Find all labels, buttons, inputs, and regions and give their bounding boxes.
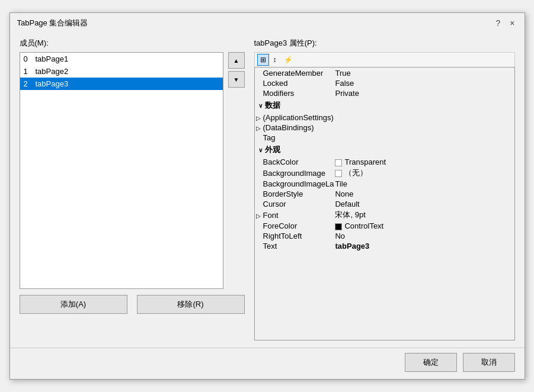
section-header-label: ∨数据 (256, 99, 386, 112)
list-item-name: tabPage3 (36, 79, 69, 88)
members-label: 成员(M): (20, 38, 245, 49)
list-item[interactable]: 1tabPage2 (20, 65, 223, 78)
prop-value[interactable]: tabPage3 (335, 242, 386, 250)
prop-name: ▷(DataBindings) (256, 123, 334, 132)
table-row[interactable]: ForeColorControlText (256, 221, 386, 230)
list-item-name: tabPage1 (36, 54, 69, 63)
prop-name: BackgroundImageLa (256, 179, 334, 188)
prop-value[interactable]: Default (335, 200, 386, 208)
left-panel: 成员(M): 0tabPage11tabPage22tabPage3 ▲ ▼ 添… (20, 38, 245, 340)
categorized-icon: ⊞ (260, 56, 266, 64)
expand-icon[interactable]: ∨ (258, 102, 263, 109)
arrow-buttons: ▲ ▼ (228, 52, 245, 88)
ok-button[interactable]: 确定 (405, 353, 457, 372)
right-panel-inner: ⊞ ↕ ⚡ GenerateMemberTrueLockedFalseModif… (254, 52, 515, 340)
list-item-index: 2 (24, 79, 31, 88)
prop-name: BackColor (256, 158, 334, 166)
table-row[interactable]: Tag (256, 133, 386, 142)
categorized-view-button[interactable]: ⊞ (257, 54, 269, 66)
alpha-icon: ↕ (273, 56, 277, 64)
prop-name: Modifiers (256, 89, 334, 98)
title-bar: TabPage 集合编辑器 ? × (10, 13, 525, 31)
section-header-label: ∨外观 (256, 143, 386, 156)
prop-value[interactable] (335, 133, 386, 142)
table-row[interactable]: ModifiersPrivate (256, 89, 386, 98)
remove-button[interactable]: 移除(R) (137, 295, 245, 314)
prop-value[interactable]: Private (335, 89, 386, 98)
prop-name: BackgroundImage (256, 168, 334, 178)
prop-name: RightToLeft (256, 232, 334, 240)
move-down-button[interactable]: ▼ (228, 71, 245, 88)
move-up-button[interactable]: ▲ (228, 52, 245, 69)
prop-name: GenerateMember (256, 69, 334, 78)
expand-row-icon[interactable]: ▷ (256, 125, 261, 131)
prop-name: Text (256, 242, 334, 250)
dialog-body: 成员(M): 0tabPage11tabPage22tabPage3 ▲ ▼ 添… (10, 31, 525, 345)
close-button[interactable]: × (507, 18, 517, 28)
prop-value[interactable]: None (335, 189, 386, 198)
color-swatch (335, 223, 342, 230)
prop-value[interactable]: True (335, 69, 386, 78)
prop-value[interactable]: No (335, 232, 386, 240)
prop-name: ▷(ApplicationSettings) (256, 113, 334, 122)
props-page-button[interactable]: ⚡ (281, 54, 296, 66)
prop-name: ForeColor (256, 221, 334, 230)
table-row[interactable]: GenerateMemberTrue (256, 69, 386, 78)
list-item[interactable]: 0tabPage1 (20, 53, 223, 65)
table-row[interactable]: ▷Font宋体, 9pt (256, 210, 386, 220)
cancel-button[interactable]: 取消 (463, 353, 515, 372)
add-button[interactable]: 添加(A) (20, 295, 127, 314)
right-panel: tabPage3 属性(P): ⊞ ↕ ⚡ GenerateMemberTrue… (254, 38, 515, 340)
prop-value[interactable]: ControlText (335, 221, 386, 230)
dialog-title: TabPage 集合编辑器 (17, 18, 88, 28)
members-list: 0tabPage11tabPage22tabPage3 (20, 53, 223, 90)
bottom-buttons: 添加(A) 移除(R) (20, 295, 245, 314)
members-with-arrows: 0tabPage11tabPage22tabPage3 ▲ ▼ (20, 52, 245, 289)
properties-table: GenerateMemberTrueLockedFalseModifiersPr… (255, 68, 388, 252)
expand-row-icon[interactable]: ▷ (256, 213, 261, 219)
properties-toolbar: ⊞ ↕ ⚡ (254, 52, 515, 67)
list-item[interactable]: 2tabPage3 (20, 78, 223, 90)
table-row[interactable]: ∨数据 (256, 99, 386, 112)
help-button[interactable]: ? (494, 18, 503, 28)
table-row[interactable]: BackgroundImageLaTile (256, 179, 386, 188)
dialog-footer: 确定 取消 (10, 348, 525, 379)
expand-icon[interactable]: ∨ (258, 147, 263, 153)
properties-scroll[interactable]: GenerateMemberTrueLockedFalseModifiersPr… (255, 68, 514, 340)
prop-value[interactable]: Transparent (335, 158, 386, 166)
prop-name: BorderStyle (256, 189, 334, 198)
prop-name: Locked (256, 79, 334, 88)
table-row[interactable]: RightToLeftNo (256, 232, 386, 240)
properties-grid: GenerateMemberTrueLockedFalseModifiersPr… (254, 67, 515, 340)
title-bar-controls: ? × (494, 18, 517, 28)
members-list-container: 0tabPage11tabPage22tabPage3 (20, 52, 223, 289)
table-row[interactable]: BackColorTransparent (256, 158, 386, 166)
props-page-icon: ⚡ (284, 56, 293, 64)
prop-value[interactable]: 宋体, 9pt (335, 210, 386, 220)
prop-value[interactable] (335, 113, 386, 122)
list-item-name: tabPage2 (36, 67, 69, 76)
table-row[interactable]: ∨外观 (256, 143, 386, 156)
expand-row-icon[interactable]: ▷ (256, 115, 261, 121)
table-row[interactable]: BackgroundImage（无） (256, 168, 386, 178)
prop-value[interactable]: （无） (335, 168, 386, 178)
list-item-index: 1 (24, 67, 31, 76)
table-row[interactable]: ▷(ApplicationSettings) (256, 113, 386, 122)
color-swatch (335, 159, 342, 166)
table-row[interactable]: LockedFalse (256, 79, 386, 88)
alpha-view-button[interactable]: ↕ (270, 54, 280, 66)
table-row[interactable]: CursorDefault (256, 200, 386, 208)
prop-value[interactable]: Tile (335, 179, 386, 188)
prop-name: Tag (256, 133, 334, 142)
table-row[interactable]: TexttabPage3 (256, 242, 386, 250)
list-item-index: 0 (24, 54, 31, 63)
prop-name: ▷Font (256, 210, 334, 220)
color-swatch (335, 170, 342, 177)
dialog-container: TabPage 集合编辑器 ? × 成员(M): 0tabPage11tabPa… (9, 12, 525, 380)
prop-value[interactable]: False (335, 79, 386, 88)
prop-value[interactable] (335, 123, 386, 132)
properties-label: tabPage3 属性(P): (254, 38, 515, 49)
table-row[interactable]: ▷(DataBindings) (256, 123, 386, 132)
prop-name: Cursor (256, 200, 334, 208)
table-row[interactable]: BorderStyleNone (256, 189, 386, 198)
